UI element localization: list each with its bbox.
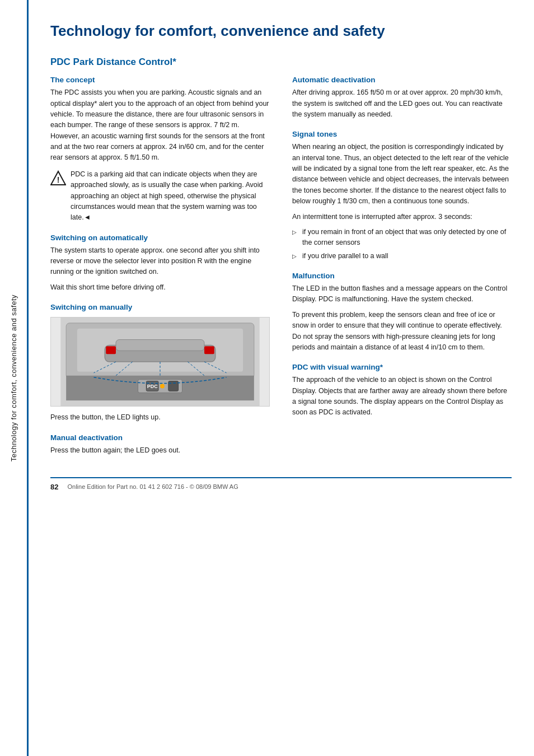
svg-rect-13	[106, 347, 116, 354]
svg-text:PDC: PDC	[147, 384, 158, 390]
svg-rect-9	[168, 381, 179, 391]
bullet-item-2: if you drive parallel to a wall	[292, 251, 512, 262]
pdc-section-title: PDC Park Distance Control*	[50, 57, 512, 68]
footer: 82 Online Edition for Part no. 01 41 2 6…	[50, 477, 512, 491]
malfunction-para-1: The LED in the button flashes and a mess…	[292, 283, 512, 305]
signal-tones-bullets: if you remain in front of an object that…	[292, 227, 512, 262]
page-number: 82	[50, 483, 58, 491]
sidebar-border	[27, 0, 29, 756]
svg-rect-14	[204, 347, 214, 354]
switching-manual-para-1: Press the button, the LED lights up.	[50, 412, 270, 423]
footer-text: Online Edition for Part no. 01 41 2 602 …	[67, 483, 238, 490]
section-signal-tones-heading: Signal tones	[292, 130, 512, 138]
left-column: The concept The PDC assists you when you…	[50, 76, 270, 460]
bullet-item-1: if you remain in front of an object that…	[292, 227, 512, 249]
right-column: Automatic deactivation After driving app…	[292, 76, 512, 460]
signal-tones-para-1: When nearing an object, the position is …	[292, 142, 512, 207]
sidebar-label: Technology for comfort, convenience and …	[10, 295, 18, 461]
car-dashboard-image: PDC	[50, 317, 270, 407]
auto-deactivation-para-1: After driving approx. 165 ft/50 m or at …	[292, 87, 512, 120]
two-column-layout: The concept The PDC assists you when you…	[50, 76, 512, 460]
switching-auto-para-2: Wait this short time before driving off.	[50, 282, 270, 293]
sidebar: Technology for comfort, convenience and …	[0, 0, 27, 756]
section-switching-auto-heading: Switching on automatically	[50, 234, 270, 242]
pdc-visual-para-1: The approach of the vehicle to an object…	[292, 375, 512, 418]
page-title: Technology for comfort, convenience and …	[50, 22, 512, 40]
malfunction-para-2: To prevent this problem, keep the sensor…	[292, 310, 512, 353]
warning-box: ! PDC is a parking aid that can indicate…	[50, 169, 270, 223]
section-switching-manual-heading: Switching on manually	[50, 303, 270, 311]
warning-text: PDC is a parking aid that can indicate o…	[71, 169, 270, 223]
section-manual-deactivation-heading: Manual deactivation	[50, 433, 270, 442]
section-auto-deactivation-heading: Automatic deactivation	[292, 76, 512, 84]
switching-auto-para-1: The system starts to operate approx. one…	[50, 245, 270, 278]
svg-rect-12	[116, 340, 204, 351]
svg-text:!: !	[57, 175, 60, 184]
main-content: Technology for comfort, convenience and …	[34, 0, 534, 514]
section-malfunction-heading: Malfunction	[292, 272, 512, 280]
concept-para-1: The PDC assists you when you are parking…	[50, 87, 270, 164]
car-svg: PDC	[51, 318, 269, 406]
section-pdc-visual-heading: PDC with visual warning*	[292, 363, 512, 371]
svg-point-8	[160, 384, 165, 389]
manual-deactivation-para-1: Press the button again; the LED goes out…	[50, 445, 270, 456]
section-concept-heading: The concept	[50, 76, 270, 84]
signal-tones-para-2: An intermittent tone is interrupted afte…	[292, 212, 512, 222]
warning-icon: !	[50, 170, 66, 186]
